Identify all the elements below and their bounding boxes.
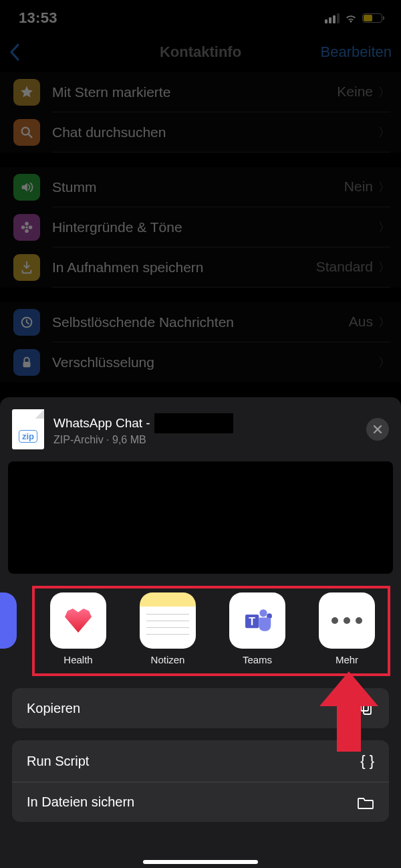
settings-list: Mit Stern markierteKeine〉 Chat durchsuch… xyxy=(0,72,401,383)
row-mute[interactable]: StummNein〉 xyxy=(0,167,401,207)
braces-icon: { } xyxy=(360,752,374,770)
row-value: Nein xyxy=(344,179,373,194)
action-label: Kopieren xyxy=(27,701,80,716)
row-value: Standard xyxy=(316,259,373,274)
timer-icon xyxy=(13,309,40,336)
back-button[interactable] xyxy=(9,40,56,64)
chevron-right-icon: 〉 xyxy=(378,86,390,99)
zip-file-icon: zip xyxy=(12,409,44,449)
status-bar: 13:53 xyxy=(0,0,401,32)
svg-point-4 xyxy=(29,225,33,229)
navigation-bar: Kontaktinfo Bearbeiten xyxy=(0,32,401,72)
search-icon xyxy=(13,119,40,146)
lock-icon xyxy=(13,349,40,376)
app-more[interactable]: Mehr xyxy=(311,592,382,665)
close-button[interactable] xyxy=(366,418,389,441)
cellular-signal-icon xyxy=(325,13,340,23)
row-save-to-camera[interactable]: In Aufnahmen speichernStandard〉 xyxy=(0,247,401,288)
notes-icon xyxy=(140,592,196,649)
app-label: Notizen xyxy=(151,654,185,665)
home-indicator[interactable] xyxy=(143,860,258,864)
row-label: In Aufnahmen speichern xyxy=(52,259,204,276)
svg-text:T: T xyxy=(249,616,255,627)
redacted-contact-name xyxy=(24,40,56,64)
chevron-right-icon: 〉 xyxy=(378,354,390,370)
row-disappearing-messages[interactable]: Selbstlöschende NachrichtenAus〉 xyxy=(0,302,401,342)
row-search-chat[interactable]: Chat durchsuchen〉 xyxy=(0,112,401,152)
clock-time: 13:53 xyxy=(19,9,57,27)
svg-rect-7 xyxy=(23,362,31,367)
app-teams[interactable]: T Teams xyxy=(222,592,293,665)
chevron-right-icon: 〉 xyxy=(378,181,390,194)
row-starred-messages[interactable]: Mit Stern markierteKeine〉 xyxy=(0,72,401,112)
chevron-left-icon xyxy=(9,43,20,61)
row-label: Chat durchsuchen xyxy=(52,124,166,140)
chevron-right-icon: 〉 xyxy=(378,124,390,140)
row-label: Mit Stern markierte xyxy=(52,84,170,100)
status-indicators xyxy=(325,13,382,23)
teams-icon: T xyxy=(229,592,285,649)
row-label: Selbstlöschende Nachrichten xyxy=(52,314,234,330)
row-label: Hintergründe & Töne xyxy=(52,219,182,235)
wifi-icon xyxy=(344,13,358,23)
row-label: Verschlüsselung xyxy=(52,354,154,370)
zip-badge: zip xyxy=(19,430,37,443)
row-value: Aus xyxy=(349,314,373,329)
action-label: In Dateien sichern xyxy=(27,794,134,810)
svg-point-2 xyxy=(25,229,29,233)
share-apps-row[interactable]: rd Health Notizen T Teams Mehr xyxy=(0,592,401,673)
app-health[interactable]: Health xyxy=(43,592,114,665)
chevron-right-icon: 〉 xyxy=(378,261,390,274)
share-sheet: zip WhatsApp Chat - ZIP-Archiv · 9,6 MB … xyxy=(0,397,401,868)
share-file-name: WhatsApp Chat - xyxy=(53,416,150,431)
app-label: Health xyxy=(63,654,92,665)
app-label: Mehr xyxy=(336,654,358,665)
page-title: Kontaktinfo xyxy=(160,43,241,61)
chevron-right-icon: 〉 xyxy=(378,219,390,235)
app-label: Teams xyxy=(243,654,272,665)
share-sheet-header: zip WhatsApp Chat - ZIP-Archiv · 9,6 MB xyxy=(0,397,401,456)
action-save-to-files[interactable]: In Dateien sichern xyxy=(12,782,389,822)
row-value: Keine xyxy=(337,84,373,99)
download-icon xyxy=(13,254,40,281)
star-icon xyxy=(13,79,40,106)
flower-icon xyxy=(13,214,40,241)
app-notes[interactable]: Notizen xyxy=(132,592,203,665)
share-file-meta: ZIP-Archiv · 9,6 MB xyxy=(53,434,357,446)
row-wallpaper[interactable]: Hintergründe & Töne〉 xyxy=(0,207,401,247)
app-discord[interactable]: rd xyxy=(0,592,24,665)
svg-point-10 xyxy=(259,609,267,617)
battery-icon xyxy=(362,13,382,23)
annotation-arrow-icon xyxy=(319,671,378,752)
health-icon xyxy=(50,592,106,649)
more-icon xyxy=(319,592,375,649)
action-label: Run Script xyxy=(27,754,89,769)
svg-point-1 xyxy=(25,222,29,226)
close-icon xyxy=(373,425,382,434)
row-encryption[interactable]: Verschlüsselung〉 xyxy=(0,342,401,383)
row-label: Stumm xyxy=(52,179,97,195)
file-preview-area xyxy=(8,461,393,574)
redacted-name xyxy=(154,413,233,433)
svg-point-5 xyxy=(25,226,28,229)
edit-button[interactable]: Bearbeiten xyxy=(321,43,392,61)
folder-icon xyxy=(357,795,374,810)
discord-icon xyxy=(0,592,17,649)
speaker-icon xyxy=(13,174,40,201)
chevron-right-icon: 〉 xyxy=(378,316,390,329)
svg-point-3 xyxy=(21,225,25,229)
